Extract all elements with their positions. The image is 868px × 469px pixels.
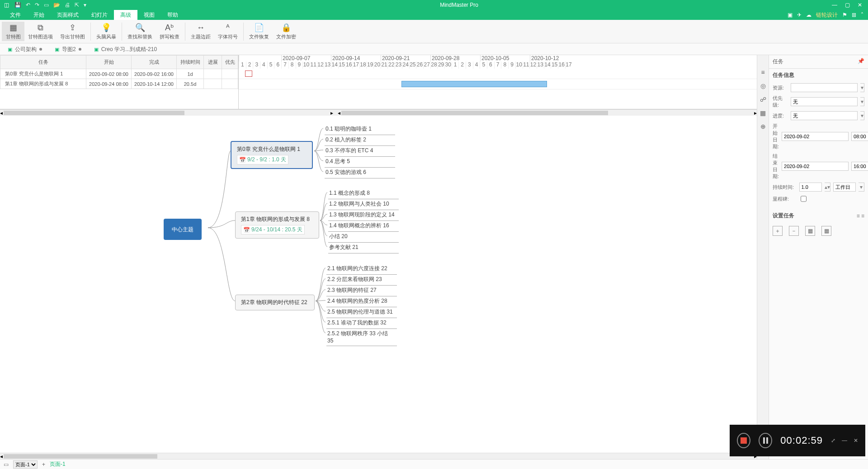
collapse-icon[interactable]: ≡: [861, 213, 864, 219]
rec-min-icon[interactable]: —: [842, 437, 847, 444]
ribbon-topic-margin-button[interactable]: ↔主题边距: [187, 22, 214, 41]
milestone-checkbox[interactable]: [801, 194, 807, 203]
add-page-button[interactable]: +: [42, 461, 45, 468]
leaf-node[interactable]: 0.3 不停车的 ETC 4: [325, 145, 392, 156]
leaf-node[interactable]: 0.4 思考 5: [325, 156, 392, 167]
qat-redo-icon[interactable]: ↷: [35, 2, 39, 8]
menu-slideshow[interactable]: 幻灯片: [85, 10, 114, 20]
leaf-node[interactable]: 2.5.2 物联网秩序 33 小结 35: [326, 328, 394, 345]
menu-pagestyle[interactable]: 页面样式: [51, 10, 85, 20]
menu-help[interactable]: 帮助: [161, 10, 184, 20]
qat-undo-icon[interactable]: ↶: [26, 2, 30, 8]
leaf-node[interactable]: 2.2 分层来看物联网 23: [326, 274, 394, 285]
menu-view[interactable]: 视图: [137, 10, 161, 20]
col-dur[interactable]: 持续时间: [177, 56, 204, 69]
grid2-icon[interactable]: ▦: [821, 226, 831, 236]
menu-start[interactable]: 开始: [27, 10, 51, 20]
ribbon-find-button[interactable]: 🔍查找和替换: [124, 22, 156, 41]
stepper-icon[interactable]: ▴▾: [825, 183, 830, 192]
qat-export-icon[interactable]: ⇱: [75, 2, 79, 8]
table-row[interactable]: 第0章 究竟什么是物联网 1 2020-09-02 08:00 2020-09-…: [0, 69, 238, 79]
minimize-icon[interactable]: —: [832, 2, 837, 8]
leaf-node[interactable]: 0.1 聪明的咖啡壶 1: [325, 124, 392, 134]
leaf-node[interactable]: 参考文献 21: [328, 242, 396, 253]
list-icon[interactable]: ≡: [761, 69, 764, 76]
start-time-input[interactable]: [851, 132, 868, 141]
ribbon-gantt-options-button[interactable]: ⧉甘特图选项: [24, 22, 57, 41]
leaf-node[interactable]: 1.4 物联网概念的辨析 16: [328, 220, 396, 231]
menu-file[interactable]: 文件: [4, 10, 27, 20]
ribbon-font-symbol-button[interactable]: ᴬ字体符号: [214, 22, 241, 41]
dropdown-icon[interactable]: ▾: [859, 183, 864, 192]
maximize-icon[interactable]: ▢: [844, 2, 850, 8]
tab-map2[interactable]: ▣导图2: [50, 44, 86, 55]
menu-advanced[interactable]: 高级: [114, 10, 137, 20]
tab-creo[interactable]: ▣Creo 学习...到成精-210: [89, 44, 162, 55]
priority-input[interactable]: [791, 97, 858, 106]
add-panel-icon[interactable]: ⊕: [760, 123, 766, 130]
resource-input[interactable]: [791, 83, 858, 92]
rec-close-icon[interactable]: ✕: [854, 437, 858, 444]
record-button[interactable]: [737, 433, 750, 448]
ribbon-spellcheck-button[interactable]: Aᵇ拼写检查: [156, 22, 183, 41]
leaf-node[interactable]: 2.4 物联网的热度分析 28: [326, 296, 394, 306]
leaf-node[interactable]: 2.3 物联网的特征 27: [326, 285, 394, 295]
leaf-node[interactable]: 1.2 物联网与人类社会 10: [328, 199, 396, 209]
leaf-node[interactable]: 2.5.1 谁动了我的数据 32: [326, 318, 394, 328]
duration-input[interactable]: [799, 183, 822, 192]
tab-company[interactable]: ▣公司架构: [3, 44, 47, 55]
progress-input[interactable]: [791, 111, 858, 120]
grid-icon[interactable]: ⊞: [852, 12, 856, 18]
ribbon-export-gantt-button[interactable]: ⇪导出甘特图: [57, 22, 89, 41]
col-end[interactable]: 完成: [132, 56, 177, 69]
contact-icon[interactable]: ▣: [788, 12, 793, 18]
leaf-node[interactable]: 1.1 概念的形成 8: [328, 188, 396, 198]
dropdown-icon[interactable]: ▾: [860, 97, 864, 106]
leaf-node[interactable]: 1.3 物联网现阶段的定义 14: [328, 210, 396, 220]
close-icon[interactable]: ✕: [857, 2, 863, 8]
branch-0[interactable]: 第0章 究竟什么是物联网 1 📅9/2 - 9/2 : 1.0 天: [231, 141, 313, 169]
gantt-bar-1[interactable]: [401, 81, 547, 87]
dropdown-icon[interactable]: ▾: [860, 111, 864, 120]
ribbon-brainstorm-button[interactable]: 💡头脑风暴: [93, 22, 120, 41]
gantt-bar-0[interactable]: [245, 70, 252, 77]
leaf-node[interactable]: 小结 20: [328, 231, 396, 242]
pin-icon[interactable]: 📌: [858, 58, 864, 66]
qat-more-icon[interactable]: ▾: [84, 2, 86, 8]
canvas-hscroll[interactable]: ◂▸: [0, 453, 757, 459]
leaf-node[interactable]: 2.1 物联网的六度连接 22: [326, 263, 394, 274]
share-icon[interactable]: ✈: [797, 12, 802, 18]
link-icon[interactable]: ☍: [760, 96, 766, 103]
qat-save-icon[interactable]: 💾: [14, 2, 21, 8]
bookmark-icon[interactable]: ⚑: [842, 12, 847, 18]
ribbon-file-recover-button[interactable]: 📄文件恢复: [245, 22, 273, 41]
center-topic[interactable]: 中心主题: [164, 219, 202, 240]
ribbon-gantt-button[interactable]: ▦甘特图: [2, 22, 24, 41]
start-date-input[interactable]: [782, 132, 849, 141]
col-start[interactable]: 开始: [86, 56, 132, 69]
expand-icon[interactable]: ≡: [857, 213, 860, 219]
pause-button[interactable]: [759, 433, 772, 448]
design-link[interactable]: 链轮设计: [816, 11, 838, 19]
page-selector[interactable]: 页面-1: [13, 460, 38, 469]
qat-open-icon[interactable]: 📂: [53, 2, 60, 8]
cloud-icon[interactable]: ☁: [806, 12, 811, 18]
end-date-input[interactable]: [782, 162, 849, 171]
table-row[interactable]: 第1章 物联网的形成与发展 8 2020-09-24 08:00 2020-10…: [0, 79, 238, 89]
qat-new-icon[interactable]: ▭: [44, 2, 49, 8]
branch-2[interactable]: 第2章 物联网的时代特征 22: [235, 295, 315, 310]
remove-task-icon[interactable]: －: [789, 226, 799, 236]
page-name[interactable]: 页面-1: [50, 460, 66, 468]
duration-unit[interactable]: [833, 183, 856, 192]
ribbon-file-encrypt-button[interactable]: 🔒文件加密: [273, 22, 300, 41]
leaf-node[interactable]: 2.5 物联网的伦理与道德 31: [326, 307, 394, 317]
col-prog[interactable]: 进展: [204, 56, 222, 69]
gantt-chart[interactable]: 2020-09-072020-09-142020-09-212020-09-28…: [239, 55, 757, 109]
pages-icon[interactable]: ▭: [4, 461, 9, 468]
collapse-ribbon-icon[interactable]: ˄: [861, 12, 863, 18]
target-icon[interactable]: ◎: [760, 82, 766, 89]
gantt-scroll[interactable]: ◂▸ ◂▸: [0, 109, 757, 116]
end-time-input[interactable]: [851, 162, 868, 171]
mindmap-canvas[interactable]: 中心主题 第0章 究竟什么是物联网 1 📅9/2 - 9/2 : 1.0 天 0…: [0, 116, 757, 453]
qat-print-icon[interactable]: 🖨: [65, 2, 70, 8]
